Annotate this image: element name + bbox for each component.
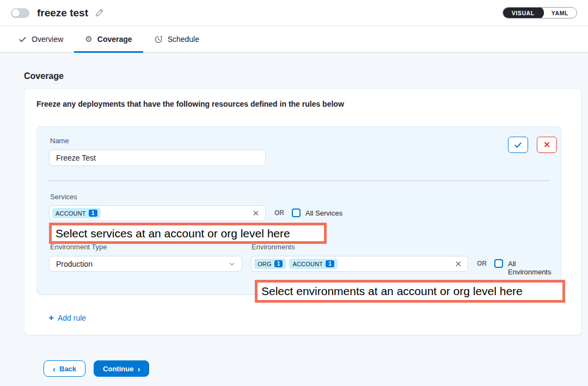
services-annotation-callout: Select services at an account or org lev… <box>49 223 327 244</box>
checkmark-icon <box>514 141 522 149</box>
services-clear-icon[interactable]: ✕ <box>252 209 259 217</box>
continue-button[interactable]: Continue › <box>94 360 149 377</box>
environments-or-label: OR <box>477 260 487 267</box>
tag-count-badge: 1 <box>89 210 97 217</box>
tag-label: ACCOUNT <box>56 210 86 217</box>
tab-coverage[interactable]: ⚙ Coverage <box>74 26 143 52</box>
x-icon: ✕ <box>543 140 550 150</box>
tab-overview-label: Overview <box>32 35 63 44</box>
freeze-enabled-toggle[interactable] <box>11 8 29 18</box>
edit-title-button[interactable] <box>95 8 104 17</box>
environment-type-value: Production <box>56 260 93 268</box>
services-or-label: OR <box>274 209 284 217</box>
check-icon <box>19 35 27 44</box>
schedule-clock-icon <box>154 35 163 44</box>
all-environments-checkbox[interactable] <box>494 259 503 268</box>
delete-rule-button[interactable]: ✕ <box>537 137 557 153</box>
tab-schedule[interactable]: Schedule <box>143 26 210 52</box>
environment-tag-account[interactable]: ACCOUNT 1 <box>289 259 338 269</box>
continue-button-label: Continue <box>103 365 133 373</box>
tag-count-badge: 1 <box>326 260 334 267</box>
environments-multiselect[interactable]: ORG 1 ACCOUNT 1 ✕ <box>251 256 468 272</box>
tag-label: ACCOUNT <box>292 261 323 267</box>
card-intro-text: Freeze any deployments that have the fol… <box>36 100 569 108</box>
section-title: Coverage <box>24 71 581 81</box>
tab-overview[interactable]: Overview <box>8 26 74 52</box>
add-rule-button[interactable]: + Add rule <box>48 313 86 322</box>
environments-label: Environments <box>252 243 295 251</box>
freeze-rule-card: Name ✕ Services ACCOUNT 1 ✕ OR All Servi… <box>36 126 561 295</box>
environment-type-label: Environment Type <box>50 243 107 251</box>
view-mode-switch: VISUAL YAML <box>503 7 577 19</box>
all-services-checkbox[interactable] <box>292 209 301 217</box>
plus-icon: + <box>48 313 54 322</box>
tab-schedule-label: Schedule <box>168 35 199 44</box>
coverage-page: Coverage Freeze any deployments that hav… <box>0 71 588 377</box>
services-label: Services <box>50 193 77 201</box>
tab-bar: Overview ⚙ Coverage Schedule <box>0 26 588 53</box>
name-label: Name <box>50 137 69 145</box>
services-multiselect[interactable]: ACCOUNT 1 ✕ <box>49 205 266 221</box>
environment-type-select[interactable]: Production <box>49 256 242 272</box>
environments-annotation-callout: Select environments at an account or org… <box>255 280 565 303</box>
tab-coverage-label: Coverage <box>97 35 132 44</box>
wizard-footer: ‹ Back Continue › <box>44 360 581 377</box>
back-button-label: Back <box>59 365 76 373</box>
all-environments-label: All Environments <box>508 260 561 276</box>
visual-mode-button[interactable]: VISUAL <box>503 7 544 19</box>
back-button[interactable]: ‹ Back <box>44 360 85 377</box>
gear-icon: ⚙ <box>85 35 92 44</box>
top-bar: freeze test VISUAL YAML <box>0 0 588 26</box>
add-rule-label: Add rule <box>58 314 86 322</box>
yaml-mode-button[interactable]: YAML <box>543 7 577 19</box>
toggle-knob <box>12 9 20 17</box>
tag-label: ORG <box>258 261 272 267</box>
all-services-label: All Services <box>305 209 342 217</box>
chevron-left-icon: ‹ <box>53 365 56 373</box>
environment-tag-org[interactable]: ORG 1 <box>254 259 286 269</box>
tag-count-badge: 1 <box>274 260 283 267</box>
service-tag-account[interactable]: ACCOUNT 1 <box>52 208 101 218</box>
environments-clear-icon[interactable]: ✕ <box>455 260 462 268</box>
chevron-down-icon <box>229 261 235 267</box>
rule-divider <box>49 180 550 181</box>
pencil-icon <box>95 8 104 17</box>
chevron-right-icon: › <box>137 365 140 373</box>
confirm-rule-button[interactable] <box>508 137 528 153</box>
name-input[interactable] <box>49 150 266 166</box>
page-title: freeze test <box>37 7 88 19</box>
coverage-card: Freeze any deployments that have the fol… <box>24 88 581 335</box>
